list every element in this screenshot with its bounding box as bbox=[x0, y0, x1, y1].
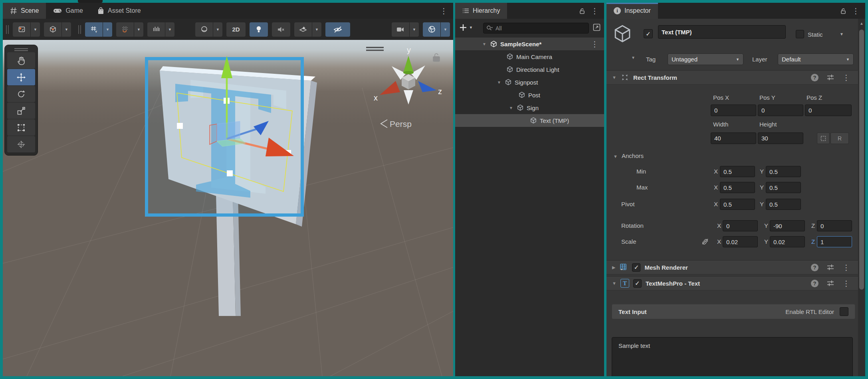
tag-dropdown[interactable]: Untagged▼ bbox=[668, 53, 743, 65]
scroll-up-icon[interactable]: ▲ bbox=[858, 21, 865, 26]
presets-icon[interactable] bbox=[826, 264, 834, 271]
snap-size-button[interactable]: ▼ bbox=[147, 22, 174, 37]
foldout-arrow[interactable]: ▼ bbox=[508, 106, 514, 110]
grid-dropdown[interactable]: ▼ bbox=[103, 22, 112, 37]
scene-visibility-button[interactable] bbox=[325, 22, 350, 37]
scale-y-field[interactable]: 0.02 bbox=[770, 236, 805, 247]
foldout-arrow[interactable]: ▶ bbox=[612, 265, 615, 270]
gizmos-dropdown[interactable]: ▼ bbox=[440, 22, 450, 37]
help-icon[interactable]: ? bbox=[811, 264, 818, 271]
inspector-lock-icon[interactable] bbox=[840, 8, 846, 14]
hierarchy-menu-kebab-icon[interactable]: ⋮ bbox=[591, 7, 598, 15]
hierarchy-row-post[interactable]: Post bbox=[455, 89, 604, 101]
grid-visibility-button[interactable]: Y ▼ bbox=[85, 22, 112, 37]
hierarchy-row-main-camera[interactable]: Main Camera bbox=[455, 50, 604, 63]
scale-x-field[interactable]: 0.02 bbox=[723, 236, 758, 247]
static-checkbox[interactable] bbox=[796, 30, 804, 38]
camera-settings-button[interactable]: ▼ bbox=[392, 22, 419, 37]
snap-increment-button[interactable]: ▼ bbox=[116, 22, 143, 37]
scale-z-field[interactable]: 1 bbox=[817, 236, 852, 247]
scale-tool-button[interactable] bbox=[7, 103, 35, 119]
inspector-scrollbar[interactable]: ▲ bbox=[858, 19, 865, 376]
hierarchy-row-directional-light[interactable]: Directional Light bbox=[455, 63, 604, 76]
create-object-button[interactable]: ▼ bbox=[459, 22, 478, 33]
scene-menu-kebab-icon[interactable]: ⋮ bbox=[440, 7, 448, 15]
pos-z-field[interactable]: 0 bbox=[805, 105, 852, 116]
draw-mode-dropdown[interactable]: ▼ bbox=[213, 22, 222, 37]
hierarchy-row-samplescene[interactable]: ▼ SampleScene* ⋮ bbox=[455, 38, 604, 50]
foldout-arrow[interactable]: ▼ bbox=[496, 80, 502, 85]
hierarchy-row-text-tmp[interactable]: Text (TMP) bbox=[455, 114, 604, 127]
ruler-dropdown[interactable]: ▼ bbox=[165, 22, 174, 37]
rotation-x-field[interactable]: 0 bbox=[723, 220, 758, 231]
rotation-z-field[interactable]: 0 bbox=[817, 220, 852, 231]
raw-edit-mode-button[interactable]: R bbox=[830, 132, 849, 144]
tab-hierarchy[interactable]: Hierarchy bbox=[455, 3, 507, 19]
anchor-max-y-field[interactable]: 0.5 bbox=[766, 182, 801, 193]
tab-scene[interactable]: Scene bbox=[3, 3, 46, 19]
effects-dropdown[interactable]: ▼ bbox=[312, 22, 321, 37]
foldout-arrow[interactable]: ▼ bbox=[612, 75, 616, 80]
foldout-arrow[interactable]: ▼ bbox=[612, 281, 616, 286]
pivot-y-field[interactable]: 0.5 bbox=[766, 199, 801, 210]
hierarchy-row-sign[interactable]: ▼ Sign bbox=[455, 101, 604, 114]
presets-icon[interactable] bbox=[826, 280, 834, 287]
presets-icon[interactable] bbox=[826, 74, 834, 81]
textmeshpro-header[interactable]: ▼ T ✓ TextMeshPro - Text ? ⋮ bbox=[606, 276, 858, 290]
anchor-min-x-field[interactable]: 0.5 bbox=[720, 166, 755, 177]
inspector-menu-kebab-icon[interactable]: ⋮ bbox=[852, 7, 860, 15]
pos-x-field[interactable]: 0 bbox=[711, 105, 756, 116]
rotation-y-field[interactable]: -90 bbox=[770, 220, 805, 231]
scene-lighting-button[interactable] bbox=[250, 22, 268, 37]
toolbar-grip[interactable] bbox=[78, 25, 81, 34]
help-icon[interactable]: ? bbox=[811, 74, 818, 81]
anchor-min-y-field[interactable]: 0.5 bbox=[766, 166, 801, 177]
width-field[interactable]: 40 bbox=[711, 132, 756, 144]
anchors-foldout-arrow[interactable]: ▼ bbox=[613, 154, 618, 159]
toolbar-grip[interactable] bbox=[6, 25, 9, 34]
pivot-dropdown[interactable]: ▼ bbox=[61, 22, 71, 37]
rect-transform-header[interactable]: ▼ Rect Transform ? ⋮ bbox=[606, 70, 858, 85]
palette-drag-handle[interactable] bbox=[7, 47, 35, 52]
text-input-textarea[interactable]: Sample text bbox=[612, 337, 853, 376]
anchor-max-x-field[interactable]: 0.5 bbox=[720, 182, 755, 193]
pivot-orientation-button[interactable]: ▼ bbox=[44, 22, 71, 37]
tab-inspector[interactable]: i Inspector bbox=[606, 3, 658, 19]
hierarchy-lock-icon[interactable] bbox=[579, 8, 585, 14]
audio-mute-button[interactable] bbox=[272, 22, 290, 37]
scene-viewport[interactable]: y x z Persp bbox=[3, 40, 453, 376]
move-tool-button[interactable] bbox=[7, 69, 35, 85]
header-cube-dropdown-arrow[interactable]: ▼ bbox=[631, 55, 635, 60]
camera-dropdown[interactable]: ▼ bbox=[409, 22, 419, 37]
open-new-window-icon[interactable] bbox=[593, 23, 601, 32]
pos-y-field[interactable]: 0 bbox=[758, 105, 803, 116]
foldout-arrow[interactable]: ▼ bbox=[482, 42, 487, 46]
rect-tool-button[interactable] bbox=[7, 119, 35, 136]
active-checkbox[interactable]: ✓ bbox=[644, 29, 653, 38]
hierarchy-search-input[interactable]: All bbox=[483, 23, 589, 34]
rotate-tool-button[interactable] bbox=[7, 86, 35, 102]
scene-row-kebab-icon[interactable]: ⋮ bbox=[591, 40, 598, 48]
tab-game[interactable]: Game bbox=[46, 3, 90, 19]
component-kebab-icon[interactable]: ⋮ bbox=[842, 280, 850, 287]
gizmos-button[interactable]: ▼ bbox=[423, 22, 450, 37]
snap-dropdown[interactable]: ▼ bbox=[134, 22, 143, 37]
broken-link-icon[interactable] bbox=[701, 237, 709, 246]
draw-mode-button[interactable]: ▼ bbox=[195, 22, 222, 37]
hand-tool-button[interactable] bbox=[7, 52, 35, 69]
blueprint-mode-button[interactable] bbox=[817, 132, 830, 144]
mesh-renderer-checkbox[interactable]: ✓ bbox=[632, 263, 640, 272]
object-name-field[interactable]: Text (TMP) bbox=[658, 25, 786, 39]
tool-settings-button[interactable]: ▼ bbox=[13, 22, 40, 37]
scrollbar-thumb[interactable] bbox=[859, 30, 864, 290]
transform-tool-button[interactable] bbox=[7, 136, 35, 152]
hierarchy-row-signpost[interactable]: ▼ Signpost bbox=[455, 76, 604, 89]
layer-dropdown[interactable]: Default▼ bbox=[778, 53, 854, 65]
help-icon[interactable]: ? bbox=[811, 280, 818, 287]
effects-button[interactable]: ▼ bbox=[294, 22, 321, 37]
static-dropdown-arrow[interactable]: ▼ bbox=[840, 32, 844, 36]
tool-settings-dropdown[interactable]: ▼ bbox=[30, 22, 40, 37]
text-input-section-header[interactable]: Text Input Enable RTL Editor bbox=[612, 304, 855, 319]
toggle-2d-button[interactable]: 2D bbox=[226, 22, 246, 37]
height-field[interactable]: 30 bbox=[758, 132, 803, 144]
